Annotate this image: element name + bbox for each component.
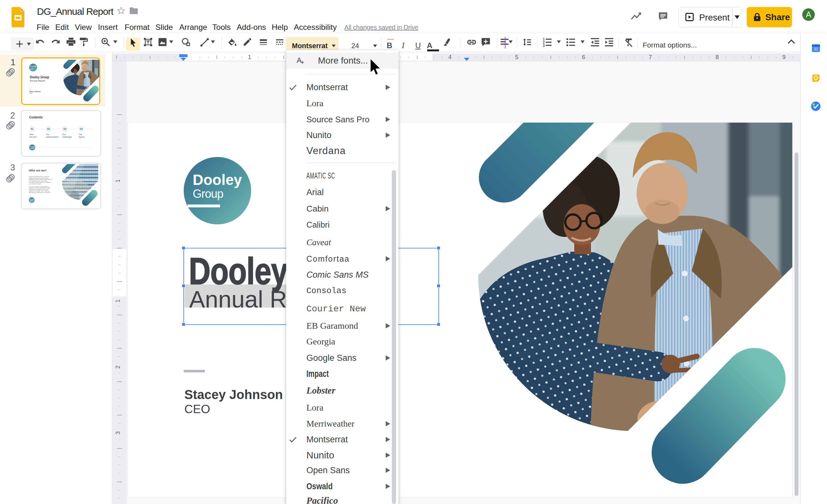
svg-text:31: 31 — [814, 47, 818, 51]
svg-text:3: 3 — [543, 44, 545, 47]
